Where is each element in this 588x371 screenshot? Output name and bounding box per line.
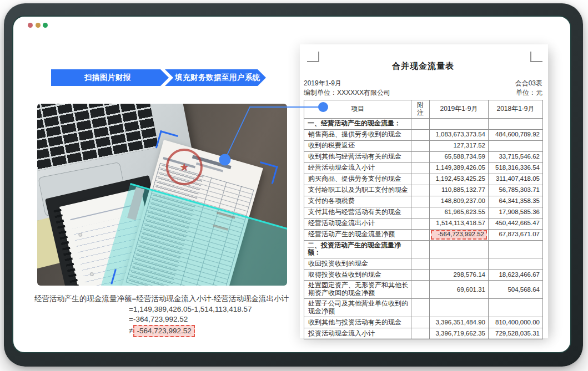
flow-step-label: 填充财务数据至用户系统 bbox=[175, 73, 260, 83]
table-cell bbox=[430, 118, 489, 129]
table-row: 收回投资收到的现金 bbox=[304, 258, 543, 270]
table-cell bbox=[411, 162, 430, 174]
table-cell: 298,576.14 bbox=[430, 270, 489, 281]
table-row: 购买商品、提供劳务支付的现金1,192,453,425.25311,407,41… bbox=[304, 174, 543, 185]
table-cell bbox=[411, 174, 430, 185]
formula-line-2: =1,149,389,426.05-1,514,113,418.57 bbox=[129, 304, 295, 315]
table-cell: 3,396,351,484.90 bbox=[430, 317, 489, 328]
verification-formula: 经营活动产生的现金流量净额=经营活动现金流入小计-经营活动现金流出小计 =1,1… bbox=[34, 294, 295, 337]
column-header: 2019年1-9月 bbox=[430, 100, 489, 119]
table-row: 收到其他与经营活动有关的现金65,588,734.5933,715,546.62 bbox=[304, 151, 543, 162]
table-row: 二、投资活动产生的现金流量净额： bbox=[304, 240, 543, 258]
table-cell: 810,400,000.00 bbox=[489, 317, 543, 328]
formula-line-3: =-364,723,992.52 bbox=[129, 314, 295, 325]
table-cell bbox=[411, 129, 430, 140]
table-cell: 33,715,546.62 bbox=[489, 151, 543, 162]
window-controls bbox=[28, 23, 48, 28]
table-row: 处置固定资产、无形资产和其他长期资产收回的现金净额69,601.31504,56… bbox=[304, 281, 543, 299]
table-cell: 1,083,673,373.54 bbox=[430, 129, 489, 140]
formula-line-1: 经营活动产生的现金流量净额=经营活动现金流入小计-经营活动现金流出小计 bbox=[34, 294, 295, 304]
ocr-error-highlight: -564,723,992.52 bbox=[431, 230, 487, 240]
flow-step-label: 扫描图片财报 bbox=[84, 73, 131, 83]
table-cell: 1,192,453,425.25 bbox=[430, 174, 489, 185]
table-cell: 484,600,789.92 bbox=[489, 129, 543, 140]
table-cell bbox=[411, 281, 430, 299]
table-cell bbox=[411, 140, 430, 151]
table-cell: 148,809,237.00 bbox=[430, 196, 489, 207]
table-cell: 450,442,665.47 bbox=[489, 218, 543, 229]
cash-flow-report-page: 合并现金流量表 2019年1-9月 会合03表 编制单位：XXXXXX有限公司 … bbox=[300, 44, 548, 338]
table-cell: 经营活动现金流出小计 bbox=[304, 218, 411, 229]
report-meta-line-1: 2019年1-9月 会合03表 bbox=[304, 79, 542, 88]
keyboard-photo-element bbox=[37, 104, 159, 174]
flow-step-scan-banner: 扫描图片财报 bbox=[51, 69, 169, 86]
table-cell: 支付其他与经营活动有关的现金 bbox=[304, 207, 411, 218]
table-cell: 69,601.31 bbox=[430, 281, 489, 299]
table-cell: 支付的各项税费 bbox=[304, 196, 411, 207]
column-header: 项目 bbox=[304, 100, 411, 119]
table-cell: 1,149,389,426.05 bbox=[430, 162, 489, 174]
column-header: 2018年1-9月 bbox=[489, 100, 543, 119]
table-cell: 65,588,734.59 bbox=[430, 151, 489, 162]
table-cell bbox=[430, 240, 489, 258]
screenshot-stage: 扫描图片财报 填充财务数据至用户系统 bbox=[0, 0, 588, 371]
table-row: 经营活动现金流入小计1,149,389,426.05518,316,336.54 bbox=[304, 162, 543, 174]
table-row: 销售商品、提供劳务收到的现金1,083,673,373.54484,600,78… bbox=[304, 129, 543, 140]
table-cell bbox=[489, 240, 543, 258]
table-cell bbox=[489, 299, 543, 317]
table-header-row: 项目附注2019年1-9月2018年1-9月 bbox=[304, 100, 543, 119]
table-row: 经营活动产生的现金流量净额-564,723,992.5267,873,671.0… bbox=[304, 229, 543, 240]
cash-flow-table: 项目附注2019年1-9月2018年1-9月一、经营活动产生的现金流量：销售商品… bbox=[304, 100, 543, 339]
table-cell: 67,873,671.07 bbox=[489, 229, 543, 240]
close-window-button[interactable] bbox=[28, 23, 33, 28]
table-cell bbox=[489, 140, 543, 151]
table-cell: 61,965,623.55 bbox=[430, 207, 489, 218]
report-meta-line-2: 编制单位：XXXXXX有限公司 单位：元 bbox=[304, 88, 542, 98]
table-cell: 504,568.64 bbox=[489, 281, 543, 299]
table-row: 一、经营活动产生的现金流量： bbox=[304, 118, 543, 129]
table-cell bbox=[411, 229, 430, 240]
table-cell bbox=[411, 185, 430, 196]
table-cell: 56,785,303.71 bbox=[489, 185, 543, 196]
table-cell bbox=[489, 258, 543, 270]
table-cell: 收到其他与经营活动有关的现金 bbox=[304, 151, 411, 162]
table-cell: 110,885,132.77 bbox=[430, 185, 489, 196]
table-cell: 收到其他与投资活动有关的现金 bbox=[304, 317, 411, 328]
table-cell bbox=[411, 207, 430, 218]
zoom-window-button[interactable] bbox=[43, 23, 48, 28]
table-cell bbox=[411, 299, 430, 317]
table-cell: 729,528,035.31 bbox=[489, 328, 543, 339]
table-row: 支付其他与经营活动有关的现金61,965,623.5517,908,585.36 bbox=[304, 207, 543, 218]
table-row: 收到其他与投资活动有关的现金3,396,351,484.90810,400,00… bbox=[304, 317, 543, 328]
table-cell: 17,908,585.36 bbox=[489, 207, 543, 218]
table-cell: 处置子公司及其他营业单位收到的现金净额 bbox=[304, 299, 411, 317]
minimize-window-button[interactable] bbox=[36, 23, 41, 28]
report-sheet-no: 会合03表 bbox=[515, 79, 542, 88]
report-title: 合并现金流量表 bbox=[304, 61, 542, 72]
table-cell: 收回投资收到的现金 bbox=[304, 258, 411, 270]
table-cell: 518,316,336.54 bbox=[489, 162, 543, 174]
table-cell bbox=[411, 151, 430, 162]
table-cell: 3,396,719,662.35 bbox=[430, 328, 489, 339]
table-cell bbox=[411, 270, 430, 281]
table-row: 经营活动现金流出小计1,514,113,418.57450,442,665.47 bbox=[304, 218, 543, 229]
table-cell: 投资活动现金流入小计 bbox=[304, 328, 411, 339]
report-prepared-by: 编制单位：XXXXXX有限公司 bbox=[304, 88, 390, 98]
table-cell bbox=[411, 328, 430, 339]
scanned-report-photo: ★ bbox=[37, 104, 287, 286]
table-cell bbox=[489, 118, 543, 129]
table-cell: 处置固定资产、无形资产和其他长期资产收回的现金净额 bbox=[304, 281, 411, 299]
table-row: 支付给职工以及为职工支付的现金110,885,132.7756,785,303.… bbox=[304, 185, 543, 196]
table-cell bbox=[411, 118, 430, 129]
table-cell bbox=[411, 196, 430, 207]
table-cell: 取得投资收益收到的现金 bbox=[304, 270, 411, 281]
table-cell: 经营活动现金流入小计 bbox=[304, 162, 411, 174]
table-cell: 二、投资活动产生的现金流量净额： bbox=[304, 240, 411, 258]
formula-line-4: ≠-564,723,992.52 bbox=[129, 325, 295, 338]
table-cell: 311,407,418.05 bbox=[489, 174, 543, 185]
mismatch-value-highlight: -564,723,992.52 bbox=[133, 325, 194, 338]
report-period: 2019年1-9月 bbox=[304, 79, 341, 88]
table-row: 投资活动现金流入小计3,396,719,662.35729,528,035.31 bbox=[304, 328, 543, 339]
table-cell: 支付给职工以及为职工支付的现金 bbox=[304, 185, 411, 196]
table-cell bbox=[430, 258, 489, 270]
